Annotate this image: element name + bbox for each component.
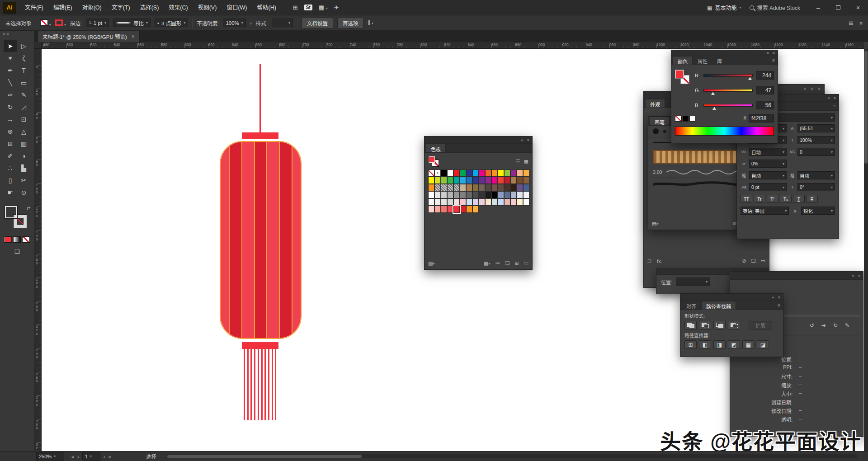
lasso-tool[interactable]: ζ [17,52,31,64]
swatch[interactable] [498,198,504,206]
type-style-button-T¹[interactable]: T¹ [767,195,778,203]
zoom-tool[interactable]: ⊙ [17,186,31,198]
workspace-switcher[interactable]: ▦ 基本功能 ▾ [707,4,741,11]
collapse-toolbar-icon[interactable]: « « [0,31,34,38]
app-grid-icon[interactable]: ⊞ [293,4,298,11]
character-field-box[interactable]: 0%▾ [749,160,787,168]
panel-menu-icon[interactable]: ≡ [803,86,806,91]
maximize-button[interactable] [828,0,848,15]
character-field-box[interactable]: 0 pt▾ [749,183,787,191]
swatch[interactable] [472,198,479,206]
none-button[interactable] [22,236,30,243]
vertical-ruler[interactable]: 0204060801001201401601802002202402602803… [34,49,42,451]
new-swatch-icon[interactable]: ⊞ [514,260,519,266]
artboard-number-field[interactable]: 1▾ [82,452,100,461]
swatch[interactable] [447,198,453,206]
width-profile-dropdown[interactable]: 等比▾ [113,19,151,27]
pathfinder-crop[interactable]: ◩ [728,340,740,349]
swatch[interactable] [453,184,460,191]
character-field[interactable]: VA自动▾ [741,148,787,156]
swatch[interactable] [510,191,517,198]
rectangle-tool[interactable]: ▭ [17,76,31,89]
goto-link-icon[interactable]: ➔ [821,322,826,329]
ruler-corner[interactable] [34,42,42,49]
swatch[interactable] [517,191,523,198]
swatch-libraries-icon[interactable]: ▤▾ [428,260,434,266]
swatch[interactable] [472,177,479,184]
swatch[interactable] [441,191,447,198]
stock-search[interactable]: 搜索 Adobe Stock [750,4,800,11]
panel-menu-icon[interactable]: ≡ [778,303,783,308]
swatch-kinds-icon[interactable]: ▦▾ [484,260,490,266]
selection-tool[interactable]: ➤ [4,40,17,52]
panel-menu-icon[interactable]: ≡ [833,103,839,108]
tab-swatches[interactable]: 色板 [426,144,446,152]
panel-menu-icon[interactable]: ≡ [772,58,778,63]
opacity-field[interactable]: 100%▾ [223,19,245,27]
vertical-scrollbar[interactable] [864,49,868,451]
hand-tool[interactable]: ☛ [4,186,17,198]
swatch[interactable] [453,177,460,184]
opacity-more-icon[interactable]: › [250,20,252,26]
fill-swatch[interactable] [5,206,18,219]
swatch[interactable] [485,198,491,206]
eyedropper-tool[interactable]: ✐ [4,150,17,162]
swatch[interactable] [441,198,447,206]
menu-编辑(E)[interactable]: 编辑(E) [48,0,77,15]
perspective-grid-tool[interactable]: △ [17,125,31,137]
slider-handle-icon[interactable] [711,92,715,95]
relink-icon[interactable]: ↺ [810,322,814,329]
panel-menu-icon[interactable]: ≡ [818,86,821,91]
document-tab[interactable]: 未标题-1* @ 250% (RGB/GPU 预览) × [38,31,140,42]
close-icon[interactable]: × [527,138,529,142]
update-link-icon[interactable]: ↻ [833,322,838,329]
menu-文字(T)[interactable]: 文字(T) [107,0,135,15]
swatch[interactable] [504,191,510,198]
character-field[interactable]: T100%▾ [789,136,835,144]
fill-color-control[interactable]: ▾ [40,19,51,27]
direct-selection-tool[interactable]: ▷ [17,40,31,52]
swatch[interactable] [460,184,466,191]
swatch[interactable] [428,191,434,198]
swatch[interactable] [504,177,510,184]
swatch[interactable] [523,191,529,198]
white-swatch[interactable] [689,116,695,122]
menu-效果(C)[interactable]: 效果(C) [164,0,193,15]
swatch[interactable] [510,177,517,184]
shape-mode-exclude[interactable] [728,321,740,329]
pen-tool[interactable]: ✒ [4,64,17,76]
gradient-button[interactable] [13,236,21,243]
pathfinder-outline[interactable]: ▦ [742,340,755,349]
menu-文件(F)[interactable]: 文件(F) [20,0,48,15]
pathfinder-merge[interactable]: ◨ [713,340,726,349]
swatch[interactable] [441,184,447,191]
character-field[interactable]: ▱0%▾ [741,160,787,168]
swatch[interactable] [485,177,491,184]
swatch[interactable] [447,169,453,177]
preferences-button[interactable]: 首选项 [337,18,364,28]
none-swatch[interactable] [675,116,682,122]
swatch[interactable] [466,191,472,198]
shape-builder-tool[interactable]: ⊕ [4,125,17,137]
swatch[interactable] [504,184,510,191]
swatch[interactable] [434,198,441,206]
new-stroke-icon[interactable]: ◻ [647,258,651,264]
fill-stroke-indicator[interactable] [675,70,693,88]
shape-mode-unite[interactable] [684,321,697,329]
transform-panel-icon[interactable]: ⊞ [849,20,854,26]
swatch[interactable] [472,169,479,177]
swatch[interactable] [491,191,498,198]
clear-appearance-icon[interactable]: ⊘ [742,258,746,264]
collapse-icon[interactable]: « [767,51,769,55]
character-field[interactable]: T0°▾ [789,183,835,191]
close-icon[interactable]: × [773,51,775,55]
menu-视图(V)[interactable]: 视图(V) [193,0,222,15]
vertical-scroll-thumb[interactable] [864,51,868,164]
swatch[interactable] [498,184,504,191]
shape-mode-minus-front[interactable] [699,321,711,329]
scale-tool[interactable]: ◿ [17,101,31,113]
shape-mode-intersect[interactable] [713,321,726,329]
new-color-group-icon[interactable]: ❏ [505,260,510,266]
swatch[interactable] [466,177,472,184]
swatch[interactable] [510,198,517,206]
